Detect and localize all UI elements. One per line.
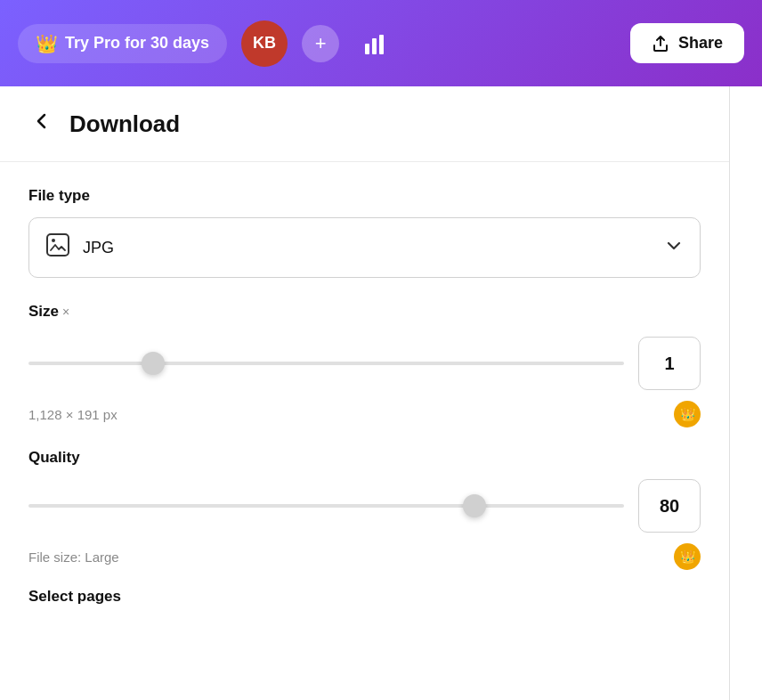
dimension-text: 1,128 × 191 px	[28, 407, 118, 422]
dimension-row: 1,128 × 191 px 👑	[28, 401, 701, 427]
crown-icon-size: 👑	[680, 407, 695, 421]
size-label-row: Size ×	[28, 303, 701, 321]
size-slider-track	[28, 362, 624, 365]
share-icon	[652, 35, 669, 53]
svg-rect-2	[379, 35, 384, 54]
svg-rect-0	[365, 44, 369, 54]
avatar[interactable]: KB	[241, 20, 288, 67]
quality-section: Quality 80 File size: Large 👑	[28, 449, 701, 570]
analytics-button[interactable]	[357, 25, 394, 62]
svg-rect-1	[372, 38, 377, 54]
size-label: Size	[28, 303, 59, 321]
header: 👑 Try Pro for 30 days KB + Share	[0, 0, 762, 86]
crown-icon: 👑	[36, 33, 58, 54]
size-value-box: 1	[638, 337, 701, 390]
panel-content: File type JPG	[0, 162, 729, 631]
file-icon	[45, 232, 70, 263]
quality-value-box: 80	[638, 479, 701, 533]
file-size-row: File size: Large 👑	[28, 543, 701, 570]
file-type-value: JPG	[83, 239, 652, 257]
analytics-icon	[363, 31, 388, 56]
file-size-text: File size: Large	[28, 549, 119, 565]
size-slider-row: 1	[28, 337, 701, 390]
add-button[interactable]: +	[302, 25, 339, 62]
crown-icon-quality: 👑	[680, 549, 695, 564]
quality-slider[interactable]	[28, 497, 624, 515]
size-slider-thumb[interactable]	[142, 352, 165, 375]
try-pro-label: Try Pro for 30 days	[65, 34, 209, 53]
try-pro-button[interactable]: 👑 Try Pro for 30 days	[18, 24, 227, 63]
file-type-dropdown[interactable]: JPG	[28, 217, 701, 278]
quality-slider-thumb[interactable]	[463, 494, 486, 517]
size-slider[interactable]	[28, 354, 624, 372]
chevron-down-icon	[664, 236, 684, 260]
quality-slider-row: 80	[28, 479, 701, 533]
panel-title: Download	[69, 110, 180, 138]
add-icon: +	[315, 32, 327, 55]
svg-rect-3	[47, 234, 69, 256]
quality-slider-track	[28, 504, 624, 508]
quality-crown-badge: 👑	[674, 543, 701, 570]
main-container: Download File type JPG	[0, 86, 762, 700]
share-label: Share	[678, 34, 723, 53]
quality-label: Quality	[28, 449, 701, 467]
size-crown-badge: 👑	[674, 401, 701, 427]
select-pages-label: Select pages	[28, 588, 701, 606]
file-type-label: File type	[28, 187, 701, 205]
size-section: Size × 1 1,128 × 191 px 👑	[28, 303, 701, 427]
back-button[interactable]	[28, 108, 55, 140]
svg-point-4	[52, 239, 55, 242]
size-suffix: ×	[62, 305, 69, 319]
download-panel: Download File type JPG	[0, 86, 730, 700]
panel-header: Download	[0, 86, 729, 162]
share-button[interactable]: Share	[630, 23, 744, 63]
